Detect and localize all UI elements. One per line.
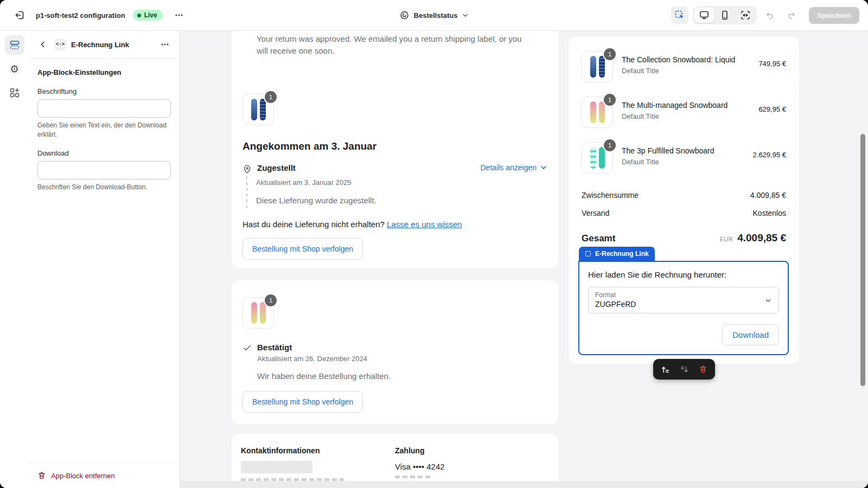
delivery-updated: Aktualisiert am 3. Januar 2025 (256, 178, 547, 187)
app-block-tag[interactable]: E-Rechnung Link (579, 247, 655, 261)
quantity-badge: 1 (264, 293, 278, 307)
return-note-text: Your return was approved. We emailed you… (232, 31, 558, 57)
let-us-know-link[interactable]: Lasse es uns wissen (387, 220, 462, 229)
block-action-toolbar (653, 359, 715, 380)
desktop-view-button[interactable] (694, 8, 714, 23)
trash-icon (37, 471, 46, 480)
contact-title: Kontaktinformationen (241, 446, 395, 455)
topbar: p1-soft-test2 configuration Live (0, 0, 868, 31)
quantity-badge: 1 (603, 138, 617, 152)
item-price: 2.629,95 € (753, 142, 786, 159)
product-thumbnail-pink: 1 (242, 297, 274, 329)
clipped-text (395, 476, 433, 478)
rail-settings-button[interactable]: ⚙ (5, 59, 24, 79)
preview-scrollbar[interactable] (860, 134, 865, 386)
inspector-icon (674, 10, 685, 21)
snowboard-image (599, 101, 605, 123)
format-select-value: ZUGPFeRD (595, 300, 760, 309)
caption-input[interactable] (37, 99, 171, 118)
location-pin-icon (242, 163, 257, 174)
remove-app-block-label: App-Block entfernen (51, 472, 115, 480)
live-dot-icon (137, 14, 141, 17)
summary-item-row: 1 The 3p Fulfilled Snowboard Default Tit… (582, 142, 786, 174)
page-selector[interactable]: Bestellstatus (400, 10, 469, 20)
panel-more-button[interactable] (158, 37, 172, 52)
more-options-button[interactable] (170, 7, 188, 24)
item-name: The Collection Snowboard: Liquid (622, 55, 750, 64)
delete-block-button[interactable] (697, 363, 710, 376)
chevron-down-icon (462, 12, 468, 18)
fullwidth-view-button[interactable] (736, 8, 755, 23)
storefront-preview: Your return was approved. We emailed you… (180, 31, 868, 488)
download-field-helper: Beschriften Sie den Download-Button. (37, 183, 171, 192)
mobile-view-button[interactable] (715, 8, 735, 23)
selected-app-block[interactable]: E-Rechnung Link Hier laden Sie die Rechn… (578, 247, 789, 355)
snowboard-image (260, 302, 266, 324)
redo-button[interactable] (783, 7, 800, 24)
confirmed-updated: Aktualisiert am 26. Dezember 2024 (257, 355, 547, 363)
snowboard-image (260, 99, 266, 120)
live-badge: Live (133, 10, 163, 21)
redo-icon (787, 10, 796, 20)
panel-body: App-Block-Einstellungen Beschriftung Geb… (29, 59, 180, 463)
item-variant: Default Title (622, 158, 744, 166)
item-name: The Multi-managed Snowboard (622, 101, 750, 110)
remove-app-block-button[interactable]: App-Block entfernen (29, 463, 180, 488)
delivery-card: 1 Angekommen am 3. Januar Zugestellt Det… (232, 76, 558, 268)
back-button[interactable] (36, 38, 49, 51)
payment-method: Visa •••• 4242 (395, 462, 549, 471)
gear-icon: ⚙ (10, 64, 19, 74)
order-summary-column: 1 The Collection Snowboard: Liquid Defau… (569, 31, 799, 481)
format-select[interactable]: Format ZUGPFeRD (588, 287, 779, 313)
move-block-up-button[interactable] (659, 363, 672, 376)
download-invoice-button[interactable]: Download (722, 324, 779, 345)
product-thumbnail-blue: 1 (242, 94, 274, 125)
rail-sections-button[interactable] (5, 35, 24, 55)
apps-icon (9, 87, 20, 98)
redacted-contact-value (241, 461, 312, 473)
mobile-icon (719, 10, 730, 21)
delivery-timeline: Aktualisiert am 3. Januar 2025 Diese Lie… (246, 176, 547, 208)
preview-bottom-edge (180, 481, 868, 488)
order-status-main-column: Your return was approved. We emailed you… (232, 31, 558, 481)
chevron-down-icon (764, 297, 772, 304)
format-select-label: Format (595, 291, 760, 299)
snowboard-image (599, 147, 605, 169)
item-variant: Default Title (622, 67, 750, 75)
chevron-down-icon (540, 164, 547, 171)
payment-title: Zahlung (395, 446, 549, 455)
product-thumbnail-teal: 1 (582, 142, 613, 174)
order-status-icon (400, 10, 410, 20)
download-field-label: Download (37, 149, 171, 157)
confirmed-card: 1 Bestätigt Aktualisiert am 26. Dezember… (232, 280, 558, 424)
quantity-badge: 1 (603, 47, 617, 61)
summary-item-row: 1 The Collection Snowboard: Liquid Defau… (582, 51, 786, 82)
item-price: 629,95 € (758, 97, 786, 113)
track-order-button[interactable]: Bestellung mit Shop verfolgen (242, 391, 363, 413)
panel-title: E-Rechnung Link (71, 41, 153, 49)
details-link[interactable]: Details anzeigen (480, 163, 547, 172)
track-order-button[interactable]: Bestellung mit Shop verfolgen (242, 238, 363, 260)
inspector-toggle-button[interactable] (671, 7, 688, 24)
snowboard-image (599, 56, 605, 78)
snowboard-image (590, 147, 596, 169)
desktop-icon (699, 10, 710, 21)
block-select-icon (585, 251, 591, 257)
download-input[interactable] (37, 161, 171, 179)
contact-card: Kontaktinformationen Zahlung Visa •••• 4… (232, 434, 558, 481)
confirmed-status: Bestätigt (257, 343, 292, 352)
delivery-question: Hast du deine Lieferung nicht erhalten? … (242, 220, 547, 229)
save-button[interactable]: Speichern (809, 7, 859, 24)
undo-button[interactable] (761, 7, 778, 24)
chevron-left-icon (39, 41, 47, 48)
caption-field-helper: Geben Sie einen Text ein, der den Downlo… (37, 121, 171, 139)
rail-apps-button[interactable] (5, 83, 24, 102)
caption-field-label: Beschriftung (37, 87, 171, 95)
exit-editor-button[interactable] (11, 7, 28, 24)
page-selector-label: Bestellstatus (414, 11, 458, 20)
snowboard-image (251, 302, 257, 324)
total-label: Gesamt (582, 233, 615, 244)
product-thumbnail-pink: 1 (582, 97, 613, 128)
invoice-prompt: Hier laden Sie die Rechnung herunter: (588, 270, 779, 279)
move-block-down-button[interactable] (678, 363, 691, 376)
